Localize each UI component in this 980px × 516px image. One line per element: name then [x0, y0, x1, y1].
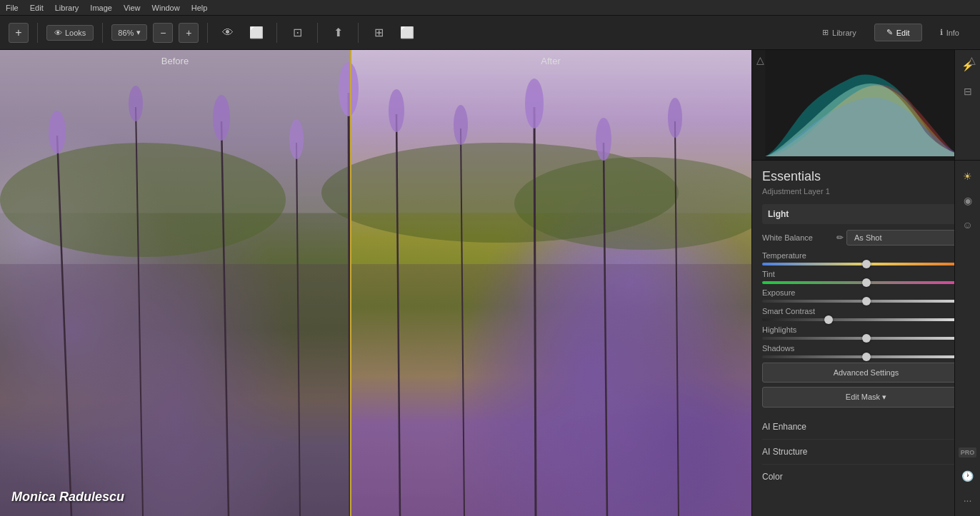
smart-contrast-label: Smart Contrast — [762, 307, 815, 315]
tab-info[interactable]: ℹ Info — [928, 24, 971, 41]
exposure-track[interactable] — [762, 300, 970, 303]
menu-item-image[interactable]: Image — [90, 4, 112, 12]
highlights-slider-row: Highlights 0 — [762, 325, 970, 340]
menu-bar: const pd = JSON.parse(document.getElemen… — [0, 0, 980, 16]
after-image — [350, 50, 751, 516]
menu-item-file[interactable]: File — [6, 4, 19, 12]
ai-enhance-label: AI Enhance — [762, 422, 806, 432]
exposure-thumb[interactable] — [862, 297, 871, 305]
menu-item-help[interactable]: Help — [191, 4, 208, 12]
highlights-label: Highlights — [762, 325, 796, 334]
smart-contrast-slider-row: Smart Contrast -42 — [762, 307, 970, 321]
menu-item-edit[interactable]: Edit — [30, 4, 44, 12]
export-button[interactable]: ⬆ — [326, 21, 349, 44]
histogram-icons: △ △ — [756, 54, 976, 66]
history-icon[interactable]: 🕐 — [958, 466, 978, 486]
right-panel: △ △ ⚡ ⊟ — [751, 50, 980, 516]
temperature-label: Temperature — [762, 251, 806, 260]
compare-button[interactable]: ⬜ — [245, 21, 268, 44]
toolbar-separator-3 — [207, 23, 208, 43]
info-icon: ℹ — [940, 28, 943, 37]
light-section-header: Light ↺ — [762, 204, 970, 224]
histogram-overflow-right-icon[interactable]: △ — [968, 54, 976, 66]
shadows-label: Shadows — [762, 344, 794, 353]
tint-track[interactable] — [762, 281, 970, 284]
color-label: Color — [762, 472, 783, 482]
light-section-title: Light — [768, 209, 789, 219]
looks-icon: 👁 — [54, 29, 62, 37]
crop-button[interactable]: ⊡ — [286, 21, 309, 44]
highlights-track[interactable] — [762, 337, 970, 340]
preview-toggle-button[interactable]: 👁 — [216, 21, 239, 44]
zoom-in-button[interactable]: + — [179, 23, 199, 43]
tint-slider-row: Tint 0 — [762, 270, 970, 284]
sun-icon[interactable]: ☀ — [958, 166, 978, 186]
advanced-settings-button[interactable]: Advanced Settings — [762, 363, 970, 383]
canvas-area: Before After — [0, 50, 751, 516]
panel-side-icons: ⚡ ⊟ — [954, 50, 980, 161]
white-balance-eyedropper-icon[interactable]: ✏ — [836, 233, 844, 243]
tab-library[interactable]: ⊞ Library — [810, 24, 869, 41]
tint-thumb[interactable] — [862, 278, 871, 287]
shadows-thumb[interactable] — [862, 353, 871, 361]
smart-contrast-track[interactable] — [762, 318, 970, 321]
white-balance-row: White Balance ✏ As Shot Auto Daylight Cl… — [762, 230, 970, 246]
color-section[interactable]: Color › — [762, 465, 970, 489]
histogram-overflow-left-icon[interactable]: △ — [756, 54, 764, 66]
histogram-svg — [752, 50, 980, 160]
smart-contrast-thumb[interactable] — [824, 315, 833, 324]
tint-label: Tint — [762, 270, 775, 278]
menu-item-window[interactable]: Window — [152, 4, 180, 12]
grid-button[interactable]: ⊞ — [367, 21, 390, 44]
zoom-out-button[interactable]: − — [153, 23, 173, 43]
ai-structure-section[interactable]: AI Structure › — [762, 440, 970, 465]
add-button[interactable]: + — [9, 23, 29, 43]
toolbar-separator-4 — [276, 23, 277, 43]
adjustments-icon[interactable]: ⊟ — [958, 81, 978, 101]
shadows-slider-row: Shadows 0 — [762, 344, 970, 358]
toolbar: + 👁 Looks 86% ▾ − + 👁 ⬜ ⊡ ⬆ ⊞ ⬜ ⊞ Librar… — [0, 16, 980, 50]
main-area: Before After — [0, 50, 980, 516]
white-balance-select[interactable]: As Shot Auto Daylight Cloudy Shade Tungs… — [846, 230, 970, 246]
temperature-slider-row: Temperature 0 — [762, 251, 970, 265]
edit-mask-button[interactable]: Edit Mask ▾ — [762, 387, 970, 408]
toolbar-separator-5 — [317, 23, 318, 43]
toolbar-separator-6 — [358, 23, 359, 43]
ai-structure-label: AI Structure — [762, 447, 807, 457]
right-side-icon-strip: ☀ ◉ ☺ PRO 🕐 ··· — [954, 161, 980, 516]
single-button[interactable]: ⬜ — [396, 21, 419, 44]
face-icon[interactable]: ☺ — [958, 215, 978, 235]
zoom-control: 86% ▾ — [111, 24, 147, 41]
essentials-title: Essentials — [762, 169, 970, 184]
histogram-area: △ △ ⚡ ⊟ — [752, 50, 980, 161]
highlights-thumb[interactable] — [862, 334, 871, 343]
exposure-slider-row: Exposure 0.00 — [762, 288, 970, 303]
menu-item-view[interactable]: View — [124, 4, 141, 12]
before-after-divider[interactable] — [350, 50, 351, 516]
temperature-thumb[interactable] — [862, 260, 871, 268]
menu-item-library[interactable]: Library — [55, 4, 79, 12]
exposure-label: Exposure — [762, 288, 795, 297]
tab-edit[interactable]: ✎ Edit — [874, 24, 922, 41]
toolbar-separator-1 — [37, 23, 38, 43]
temperature-track[interactable] — [762, 263, 970, 265]
adj-layer-label: Adjustment Layer 1 — [762, 187, 970, 196]
looks-button[interactable]: 👁 Looks — [46, 25, 94, 41]
ai-enhance-section[interactable]: AI Enhance › — [762, 415, 970, 440]
library-icon: ⊞ — [822, 28, 829, 37]
shadows-track[interactable] — [762, 355, 970, 358]
zoom-dropdown-icon: ▾ — [136, 28, 141, 37]
pro-badge: PRO — [959, 447, 977, 457]
toolbar-separator-2 — [102, 23, 103, 43]
color-wheel-icon[interactable]: ◉ — [958, 191, 978, 211]
edit-icon: ✎ — [886, 28, 893, 37]
light-section: Light ↺ White Balance ✏ As Shot Auto Day… — [762, 204, 970, 408]
zoom-value: 86% — [118, 29, 134, 37]
before-image — [0, 50, 350, 516]
more-icon[interactable]: ··· — [958, 490, 978, 510]
white-balance-label: White Balance — [762, 233, 834, 242]
panel-content: Essentials Adjustment Layer 1 Light ↺ Wh… — [752, 161, 980, 516]
